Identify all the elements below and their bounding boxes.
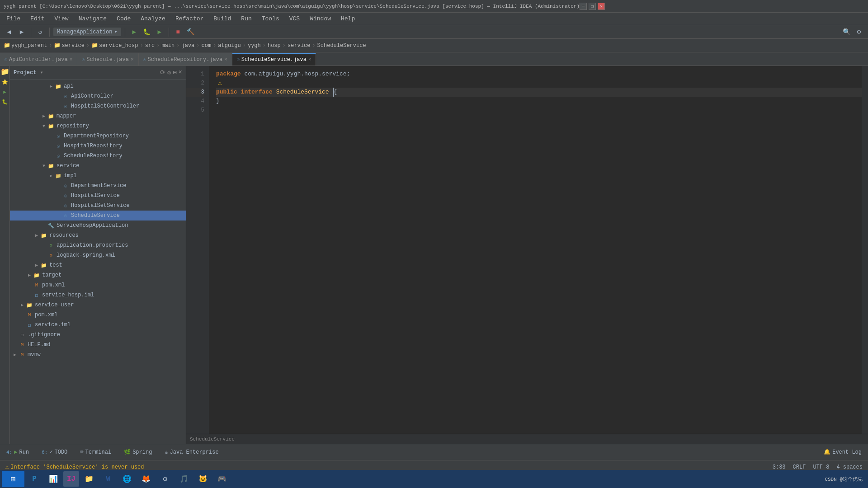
tab-api-controller[interactable]: ☉ ApiController.java × [0, 53, 77, 66]
tab-schedule[interactable]: ☉ Schedule.java × [77, 53, 138, 66]
tree-item-schedulerepo[interactable]: ☉ ScheduleRepository [10, 151, 186, 161]
tree-item-hosprepo[interactable]: ☉ HospitalRepository [10, 141, 186, 151]
tree-item-iml-hosp[interactable]: ◻ service_hosp.iml [10, 290, 186, 300]
code-editor[interactable]: package com.atguigu.yygh.hosp.service ; … [209, 66, 862, 434]
tree-item-target[interactable]: ▶ 📁 target [10, 270, 186, 280]
tab-close-schedule-repo[interactable]: × [224, 57, 227, 62]
tab-schedule-repository[interactable]: ☉ ScheduleRepository.java × [139, 53, 232, 66]
taskbar-intellij[interactable]: IJ [63, 471, 79, 487]
favorites-icon[interactable]: ⭐ [1, 78, 9, 86]
manage-application-dropdown[interactable]: ManageApplication ▾ [53, 28, 121, 36]
tree-item-test[interactable]: ▶ 📁 test [10, 260, 186, 270]
tree-item-api[interactable]: ▶ 📁 api [10, 81, 186, 91]
collapse-all-button[interactable]: ⊟ [173, 69, 176, 76]
tree-item-appprops[interactable]: ⚙ application.properties [10, 240, 186, 250]
event-log-tab[interactable]: 🔔 Event Log [821, 447, 864, 457]
taskbar-explorer[interactable]: 📁 [80, 471, 98, 487]
tree-item-apicontroller[interactable]: ☉ ApiController [10, 91, 186, 101]
spring-tab[interactable]: 🌿 Spring [121, 447, 155, 457]
tree-item-servicehospapp[interactable]: 🔧 ServiceHospApplication [10, 221, 186, 230]
taskbar-app2[interactable]: 🐱 [194, 471, 212, 487]
menu-item-file[interactable]: File [2, 14, 25, 24]
taskbar-browser[interactable]: 🌐 [118, 471, 136, 487]
menu-item-window[interactable]: Window [305, 14, 335, 24]
tab-close-api[interactable]: × [70, 57, 73, 62]
tree-item-deptservice[interactable]: ☉ DepartmentService [10, 181, 186, 191]
tree-item-pom-hosp[interactable]: M pom.xml [10, 280, 186, 290]
stop-button[interactable]: ■ [173, 27, 184, 38]
sync-button[interactable]: ⟳ [160, 69, 165, 76]
breadcrumb-com[interactable]: com [202, 42, 212, 49]
taskbar-word[interactable]: W [99, 471, 117, 487]
build-button[interactable]: 🔨 [185, 27, 196, 38]
forward-button[interactable]: ▶ [16, 27, 27, 38]
java-enterprise-tab[interactable]: ☕ Java Enterprise [162, 447, 221, 457]
minimize-button[interactable]: — [580, 3, 587, 10]
terminal-tab[interactable]: ⌨ Terminal [77, 447, 114, 457]
tree-item-hospitalsetcontroller[interactable]: ☉ HospitalSetController [10, 101, 186, 111]
breadcrumb-root[interactable]: 📁 yygh_parent [4, 42, 47, 49]
breadcrumb-schedule-service[interactable]: ScheduleService [317, 42, 366, 49]
taskbar-peazip[interactable]: P [25, 471, 43, 487]
run-coverage-button[interactable]: ▶ [154, 27, 165, 38]
tree-item-scheduleservice[interactable]: ☉ ScheduleService [10, 211, 186, 221]
tree-item-service-user[interactable]: ▶ 📁 service_user [10, 300, 186, 310]
taskbar-firefox[interactable]: 🦊 [137, 471, 155, 487]
taskbar-game[interactable]: 🎮 [213, 471, 231, 487]
tree-item-hospservice[interactable]: ☉ HospitalService [10, 191, 186, 201]
tree-item-logback[interactable]: ⚙ logback-spring.xml [10, 250, 186, 260]
menu-item-code[interactable]: Code [112, 14, 135, 24]
menu-item-run[interactable]: Run [236, 14, 256, 24]
menu-item-analyze[interactable]: Analyze [136, 14, 170, 24]
menu-item-build[interactable]: Build [209, 14, 236, 24]
project-sidebar-icon[interactable]: 📁 [1, 68, 9, 76]
tree-item-impl[interactable]: ▶ 📁 impl [10, 171, 186, 181]
back-button[interactable]: ◀ [4, 27, 14, 38]
run-sidebar-icon[interactable]: ▶ [1, 88, 9, 96]
breadcrumb-service-hosp[interactable]: 📁 service_hosp [91, 42, 138, 49]
tab-close-schedule[interactable]: × [131, 57, 134, 62]
todo-tab[interactable]: 6: ✓ TODO [39, 447, 70, 457]
tree-item-gitignore[interactable]: ◻ .gitignore [10, 330, 186, 340]
breadcrumb-atguigu[interactable]: atguigu [218, 42, 241, 49]
tree-item-repository[interactable]: ▼ 📁 repository [10, 121, 186, 131]
close-panel-button[interactable]: × [179, 69, 182, 76]
tree-item-service[interactable]: ▼ 📁 service [10, 161, 186, 171]
menu-item-refactor[interactable]: Refactor [171, 14, 208, 24]
menu-item-help[interactable]: Help [336, 14, 359, 24]
breadcrumb-src[interactable]: src [145, 42, 155, 49]
restore-button[interactable]: ❐ [589, 3, 596, 10]
search-everywhere-button[interactable]: 🔍 [841, 27, 852, 38]
tree-item-mapper[interactable]: ▶ 📁 mapper [10, 111, 186, 121]
breadcrumb-java[interactable]: java [182, 42, 195, 49]
tree-item-mvnw[interactable]: ▶ M mvnw [10, 350, 186, 360]
menu-item-edit[interactable]: Edit [26, 14, 49, 24]
menu-item-view[interactable]: View [50, 14, 73, 24]
tree-item-helpmd[interactable]: M HELP.md [10, 340, 186, 350]
breadcrumb-service-pkg[interactable]: service [288, 42, 310, 49]
tree-item-iml-service[interactable]: ◻ service.iml [10, 320, 186, 330]
breadcrumb-service[interactable]: 📁 service [54, 42, 84, 49]
breadcrumb-main[interactable]: main [161, 42, 175, 49]
breadcrumb-hosp[interactable]: hosp [268, 42, 281, 49]
tab-schedule-service[interactable]: ☉ ScheduleService.java × [232, 53, 316, 66]
refresh-button[interactable]: ↺ [35, 27, 46, 38]
tab-close-schedule-service[interactable]: × [308, 57, 311, 62]
settings-icon[interactable]: ⚙ [167, 69, 171, 76]
close-button[interactable]: ✕ [598, 3, 605, 10]
tree-item-resources[interactable]: ▶ 📁 resources [10, 230, 186, 240]
tree-item-hospsetservice[interactable]: ☉ HospitalSetService [10, 201, 186, 211]
menu-item-navigate[interactable]: Navigate [74, 14, 111, 24]
indent-settings[interactable]: 4 spaces [836, 464, 863, 470]
breadcrumb-yygh[interactable]: yygh [248, 42, 261, 49]
menu-item-tools[interactable]: Tools [257, 14, 284, 24]
tree-item-deptrepo[interactable]: ☉ DepartmentRepository [10, 131, 186, 141]
start-button[interactable]: ⊞ [2, 471, 24, 487]
encoding[interactable]: UTF-8 [813, 464, 829, 470]
debug-sidebar-icon[interactable]: 🐛 [1, 98, 9, 106]
cursor-position[interactable]: 3:33 [773, 464, 786, 470]
run-tab[interactable]: 4: ▶ Run [4, 447, 32, 457]
run-button[interactable]: ▶ [129, 27, 140, 38]
line-ending[interactable]: CRLF [793, 464, 806, 470]
taskbar-tool1[interactable]: ⚙ [156, 471, 174, 487]
